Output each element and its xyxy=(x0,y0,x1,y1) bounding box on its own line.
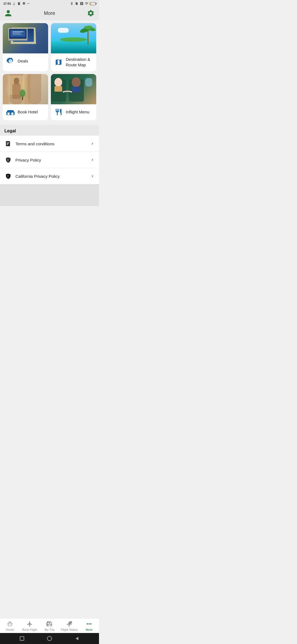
svg-point-32 xyxy=(8,159,9,160)
hotel-card-image xyxy=(3,74,48,104)
page-title: More xyxy=(44,10,55,16)
svg-rect-27 xyxy=(72,87,81,92)
person-icon xyxy=(4,9,12,17)
inflight-label: Inflight Menu xyxy=(66,109,89,115)
hotel-room-illustration xyxy=(3,74,30,104)
bluetooth-icon xyxy=(70,2,74,6)
fork-knife-icon xyxy=(54,108,63,116)
inflight-card-content: Inflight Menu xyxy=(51,104,96,120)
download-icon xyxy=(12,2,16,6)
california-privacy-label: California Privacy Policy xyxy=(15,174,86,179)
cloud-shape xyxy=(58,28,69,33)
deals-label: Deals xyxy=(18,58,28,64)
delete-icon xyxy=(17,2,21,6)
svg-rect-31 xyxy=(7,144,8,145)
privacy-item[interactable]: Privacy Policy xyxy=(0,152,99,168)
header: More xyxy=(0,7,99,20)
svg-rect-21 xyxy=(85,78,92,86)
battery-indicator xyxy=(90,2,96,5)
deals-card-content: % Deals xyxy=(3,53,48,69)
hotel-image-bg xyxy=(3,74,48,104)
map-icon xyxy=(54,58,63,67)
svg-rect-5 xyxy=(12,34,22,35)
privacy-chevron xyxy=(90,158,95,162)
svg-point-24 xyxy=(54,78,62,87)
terms-item[interactable]: Terms and conditions xyxy=(0,136,99,152)
bottom-spacer xyxy=(0,184,99,206)
shield-info-dark-icon xyxy=(4,173,12,180)
svg-rect-35 xyxy=(8,176,8,178)
legal-section: Legal Terms and conditions xyxy=(0,125,99,184)
svg-rect-20 xyxy=(11,113,13,115)
svg-rect-6 xyxy=(8,40,28,41)
svg-point-34 xyxy=(8,175,9,176)
document-icon xyxy=(4,140,12,147)
deals-icon: % xyxy=(6,57,15,66)
deals-image-bg xyxy=(3,23,48,53)
california-privacy-item[interactable]: California Privacy Policy xyxy=(0,168,99,184)
legal-list: Terms and conditions Privacy Policy xyxy=(0,136,99,184)
hotel-label: Book Hotel xyxy=(18,109,38,115)
svg-rect-16 xyxy=(22,97,23,100)
status-left: 17:01 ··· xyxy=(3,2,29,6)
inflight-card-image xyxy=(51,74,96,104)
svg-rect-25 xyxy=(54,86,62,92)
status-time: 17:01 xyxy=(3,2,11,5)
svg-rect-33 xyxy=(8,160,8,161)
close-square-icon xyxy=(80,2,84,6)
terms-label: Terms and conditions xyxy=(15,141,86,146)
hotel-icon xyxy=(6,108,15,116)
palm-tree-illustration xyxy=(80,23,96,44)
privacy-label: Privacy Policy xyxy=(15,158,86,162)
svg-rect-30 xyxy=(7,143,9,144)
bell-off-icon xyxy=(75,2,79,6)
inflight-card[interactable]: Inflight Menu xyxy=(51,74,96,120)
cards-grid: % Deals xyxy=(0,20,99,120)
destination-image-bg xyxy=(51,23,96,53)
svg-rect-18 xyxy=(7,110,14,112)
destination-card-content: Destination & Route Map xyxy=(51,53,96,71)
destination-label: Destination & Route Map xyxy=(66,57,93,67)
wifi-icon xyxy=(85,2,89,6)
layers-icon xyxy=(22,2,26,6)
status-bar: 17:01 ··· xyxy=(0,0,99,7)
svg-point-15 xyxy=(20,89,25,97)
settings-button[interactable] xyxy=(87,9,95,17)
legal-header: Legal xyxy=(0,125,99,136)
destination-card[interactable]: Destination & Route Map xyxy=(51,23,96,71)
inflight-image-bg xyxy=(51,74,96,104)
svg-rect-8 xyxy=(87,31,89,44)
destination-card-image xyxy=(51,23,96,53)
california-privacy-chevron xyxy=(90,174,95,178)
svg-rect-19 xyxy=(7,113,10,115)
svg-rect-29 xyxy=(7,142,9,143)
shield-info-icon xyxy=(4,156,12,163)
hotel-card-content: Book Hotel xyxy=(3,104,48,120)
hotel-card[interactable]: Book Hotel xyxy=(3,74,48,120)
svg-rect-3 xyxy=(12,31,23,32)
deals-card[interactable]: % Deals xyxy=(3,23,48,71)
passengers-illustration xyxy=(51,74,95,104)
more-dots: ··· xyxy=(27,2,29,5)
svg-text:%: % xyxy=(10,60,12,62)
deals-card-image xyxy=(3,23,48,53)
profile-button[interactable] xyxy=(4,9,12,17)
status-right xyxy=(70,2,96,6)
svg-rect-4 xyxy=(12,33,21,34)
terms-chevron xyxy=(90,141,95,146)
laptop-illustration xyxy=(8,28,28,42)
svg-point-26 xyxy=(72,77,81,87)
gear-icon xyxy=(87,9,95,17)
